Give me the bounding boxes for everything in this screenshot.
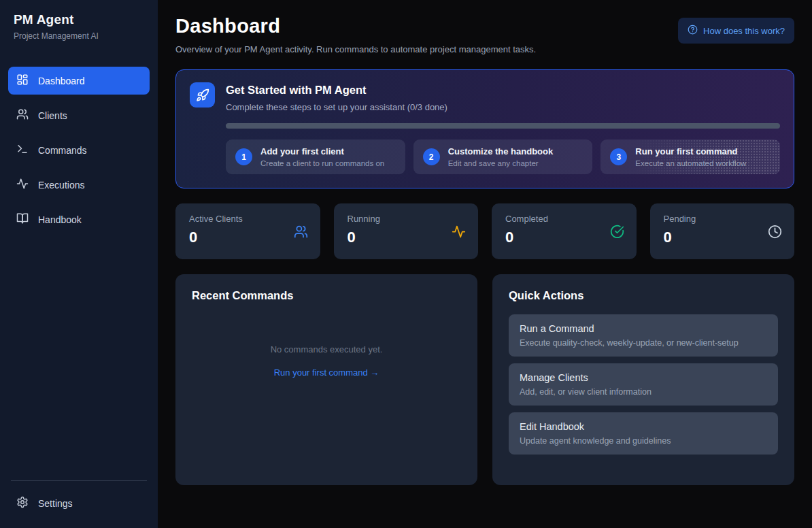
help-button-label: How does this work?: [703, 26, 785, 36]
step-number-badge: 3: [610, 148, 627, 165]
step-text: Add your first client Create a client to…: [260, 146, 384, 167]
stat-label: Pending: [664, 214, 781, 224]
page-header-text: Dashboard Overview of your PM Agent acti…: [175, 15, 536, 54]
sidebar-item-settings[interactable]: Settings: [11, 489, 147, 517]
stat-value: 0: [189, 229, 307, 246]
sidebar-item-label: Settings: [38, 498, 73, 509]
activity-icon: [16, 178, 29, 192]
quick-action-description: Execute quality-check, weekly-update, or…: [520, 338, 767, 348]
activity-icon: [452, 225, 466, 242]
get-started-text: Get Started with PM Agent Complete these…: [226, 82, 447, 112]
setup-step-run-command[interactable]: 3 Run your first command Execute an auto…: [600, 139, 780, 174]
recent-commands-empty-state: No commands executed yet. Run your first…: [192, 302, 461, 378]
quick-action-manage-clients[interactable]: Manage Clients Add, edit, or view client…: [509, 363, 778, 406]
stat-label: Running: [348, 214, 465, 224]
get-started-header: Get Started with PM Agent Complete these…: [190, 82, 780, 112]
quick-action-title: Run a Command: [520, 323, 767, 334]
clock-icon: [768, 225, 782, 242]
terminal-icon: [16, 143, 29, 157]
users-icon: [16, 108, 29, 122]
stat-value: 0: [664, 229, 781, 246]
stat-card-pending: Pending 0: [650, 203, 795, 259]
app-subtitle: Project Management AI: [14, 31, 144, 41]
recent-commands-panel: Recent Commands No commands executed yet…: [175, 274, 477, 485]
sidebar-nav: Dashboard Clients Commands Executions Ha…: [8, 67, 150, 480]
quick-action-title: Manage Clients: [520, 372, 767, 383]
page-title: Dashboard: [175, 15, 536, 37]
quick-action-run-command[interactable]: Run a Command Execute quality-check, wee…: [509, 314, 778, 357]
stat-value: 0: [348, 229, 465, 246]
bottom-panels: Recent Commands No commands executed yet…: [175, 274, 794, 485]
stat-value: 0: [505, 229, 623, 246]
quick-action-title: Edit Handbook: [520, 421, 767, 432]
sidebar-item-executions[interactable]: Executions: [8, 171, 150, 199]
sidebar-item-label: Clients: [38, 110, 67, 121]
setup-step-customize-handbook[interactable]: 2 Customize the handbook Edit and save a…: [413, 139, 593, 174]
quick-action-description: Update agent knowledge and guidelines: [520, 436, 767, 446]
quick-actions-title: Quick Actions: [509, 289, 778, 302]
sidebar-item-dashboard[interactable]: Dashboard: [8, 67, 150, 95]
help-button[interactable]: How does this work?: [678, 18, 794, 44]
get-started-subtitle: Complete these steps to set up your assi…: [226, 102, 447, 112]
sidebar-item-label: Executions: [38, 180, 84, 191]
help-circle-icon: [688, 24, 698, 37]
quick-actions-list: Run a Command Execute quality-check, wee…: [509, 314, 778, 455]
step-description: Create a client to run commands on: [260, 159, 384, 167]
stat-card-completed: Completed 0: [492, 203, 637, 259]
layout-dashboard-icon: [16, 73, 29, 88]
recent-commands-title: Recent Commands: [192, 289, 461, 302]
quick-action-description: Add, edit, or view client information: [520, 387, 767, 397]
quick-action-edit-handbook[interactable]: Edit Handbook Update agent knowledge and…: [509, 412, 778, 455]
sidebar: PM Agent Project Management AI Dashboard…: [0, 0, 158, 528]
stat-label: Active Clients: [189, 214, 307, 224]
stat-card-active-clients: Active Clients 0: [175, 203, 320, 259]
step-description: Execute an automated workflow: [635, 159, 746, 167]
book-open-icon: [16, 212, 29, 227]
step-title: Run your first command: [635, 146, 746, 156]
sidebar-item-label: Dashboard: [38, 76, 85, 86]
get-started-title: Get Started with PM Agent: [226, 84, 447, 97]
page-header: Dashboard Overview of your PM Agent acti…: [175, 15, 794, 54]
quick-actions-panel: Quick Actions Run a Command Execute qual…: [492, 274, 794, 485]
stat-label: Completed: [505, 214, 623, 224]
gear-icon: [16, 496, 29, 510]
step-text: Run your first command Execute an automa…: [635, 146, 746, 167]
sidebar-item-label: Commands: [38, 145, 87, 156]
page-subtitle: Overview of your PM Agent activity. Run …: [175, 44, 536, 54]
step-number-badge: 1: [235, 148, 252, 165]
brand: PM Agent Project Management AI: [8, 12, 150, 41]
step-description: Edit and save any chapter: [448, 159, 554, 167]
empty-message: No commands executed yet.: [192, 344, 461, 354]
app-title: PM Agent: [14, 12, 144, 27]
sidebar-item-clients[interactable]: Clients: [8, 101, 150, 129]
main-content: Dashboard Overview of your PM Agent acti…: [158, 0, 812, 528]
step-title: Add your first client: [260, 146, 384, 156]
run-first-command-link[interactable]: Run your first command →: [274, 367, 379, 378]
step-text: Customize the handbook Edit and save any…: [448, 146, 554, 167]
sidebar-item-label: Handbook: [38, 214, 82, 225]
check-circle-icon: [610, 225, 624, 242]
setup-step-add-client[interactable]: 1 Add your first client Create a client …: [226, 139, 405, 174]
setup-progress-bar: [226, 123, 780, 129]
step-title: Customize the handbook: [448, 146, 554, 156]
sidebar-item-commands[interactable]: Commands: [8, 136, 150, 164]
users-icon: [294, 225, 308, 242]
setup-steps: 1 Add your first client Create a client …: [226, 139, 780, 174]
sidebar-footer: Settings: [11, 480, 147, 517]
step-number-badge: 2: [423, 148, 440, 165]
sidebar-item-handbook[interactable]: Handbook: [8, 205, 150, 233]
stats-row: Active Clients 0 Running 0 Completed 0 P…: [175, 203, 794, 259]
rocket-icon: [190, 82, 215, 108]
get-started-card: Get Started with PM Agent Complete these…: [175, 69, 794, 188]
stat-card-running: Running 0: [334, 203, 479, 259]
